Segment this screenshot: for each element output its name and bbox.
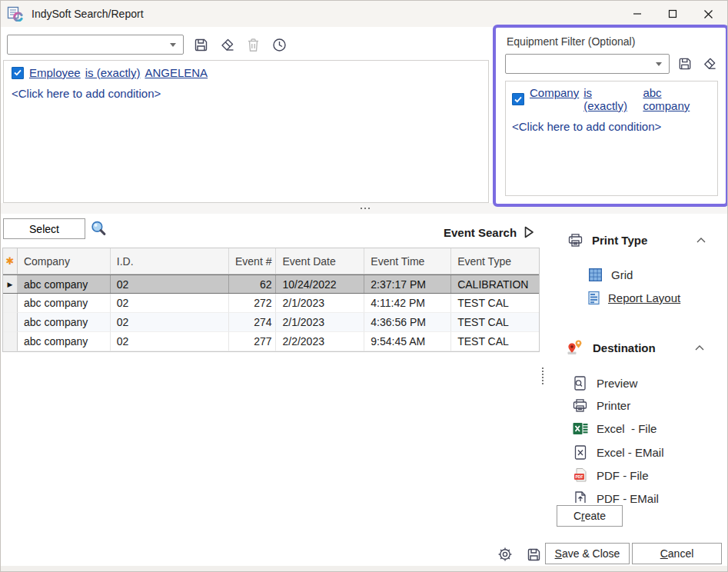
cell-event-number[interactable]: 62 <box>229 275 277 293</box>
clear-filter-eraser-icon[interactable] <box>700 55 718 73</box>
cell-id[interactable]: 02 <box>111 294 229 313</box>
equipment-filter-input[interactable] <box>506 55 656 73</box>
search-magnifier-icon[interactable] <box>90 220 108 241</box>
cell-event-number[interactable]: 274 <box>229 313 277 332</box>
table-row[interactable]: abc company 02 274 2/1/2023 4:36:56 PM T… <box>3 313 539 332</box>
chevron-down-icon[interactable] <box>170 43 176 47</box>
cell-id[interactable]: 02 <box>111 332 229 351</box>
save-filter-icon[interactable] <box>676 55 694 73</box>
cell-event-date[interactable]: 2/1/2023 <box>276 294 364 313</box>
svg-text:PDF: PDF <box>575 474 583 479</box>
equipment-filter-toolbar <box>505 54 718 74</box>
condition-value-link[interactable]: ANGELENA <box>145 66 208 79</box>
print-type-section-header[interactable]: Print Type <box>567 233 706 248</box>
cell-event-type[interactable]: TEST CAL <box>451 313 539 332</box>
saved-search-input[interactable] <box>8 35 170 54</box>
add-condition-link[interactable]: <Click here to add condition> <box>512 120 711 133</box>
cell-event-type[interactable]: CALIBRATION <box>451 275 539 293</box>
condition-field-link[interactable]: Company <box>530 86 579 112</box>
save-close-label-accel: S <box>555 547 562 560</box>
equipment-filter-combobox[interactable] <box>505 54 670 74</box>
condition-field-link[interactable]: Employee <box>29 66 81 79</box>
minimize-button[interactable] <box>620 1 655 27</box>
cell-event-date[interactable]: 2/1/2023 <box>276 313 364 332</box>
destination-option-excel-file[interactable]: Excel - File <box>572 421 657 436</box>
cell-event-number[interactable]: 272 <box>229 294 277 313</box>
destination-option-pdf-email[interactable]: PDF - EMail <box>572 491 659 503</box>
column-header-id[interactable]: I.D. <box>111 248 229 274</box>
cancel-label-post: ancel <box>668 547 693 560</box>
cell-id[interactable]: 02 <box>111 275 229 293</box>
chevron-up-icon[interactable] <box>696 238 706 243</box>
column-header-event-type[interactable]: Event Type <box>451 248 539 274</box>
add-condition-link[interactable]: <Click here to add condition> <box>12 87 480 100</box>
settings-gear-icon[interactable] <box>496 545 514 564</box>
print-type-report-layout-label[interactable]: Report Layout <box>608 291 680 304</box>
destination-pdf-file-label[interactable]: PDF - File <box>597 469 649 482</box>
chevron-up-icon[interactable] <box>695 345 704 351</box>
cell-event-type[interactable]: TEST CAL <box>451 294 539 313</box>
table-row[interactable]: abc company 02 277 2/2/2023 9:54:45 AM T… <box>3 332 539 351</box>
cell-event-date[interactable]: 2/2/2023 <box>276 332 364 351</box>
table-row[interactable]: abc company 02 272 2/1/2023 4:11:42 PM T… <box>3 294 539 313</box>
maximize-button[interactable] <box>655 1 690 27</box>
condition-value-link[interactable]: abc company <box>643 86 711 112</box>
results-table: ✱ Company I.D. Event # Event Date Event … <box>2 248 540 352</box>
printer-icon <box>567 233 583 248</box>
cell-event-number[interactable]: 277 <box>229 332 277 351</box>
condition-checkbox[interactable] <box>512 93 524 105</box>
cell-event-time[interactable]: 2:37:17 PM <box>364 275 451 293</box>
save-and-close-button[interactable]: Save & Close <box>545 543 630 564</box>
row-indicator-cell <box>3 313 18 332</box>
cell-event-date[interactable]: 10/24/2022 <box>276 275 364 293</box>
search-history-clock-icon[interactable] <box>270 35 288 54</box>
print-type-grid-label[interactable]: Grid <box>611 268 633 281</box>
destination-option-printer[interactable]: Printer <box>572 398 630 413</box>
clear-search-eraser-icon[interactable] <box>218 35 236 54</box>
cell-event-type[interactable]: TEST CAL <box>451 332 539 351</box>
destination-option-preview[interactable]: Preview <box>572 375 637 391</box>
close-button[interactable] <box>690 1 726 27</box>
destination-pdf-email-label[interactable]: PDF - EMail <box>597 492 659 504</box>
destination-printer-label[interactable]: Printer <box>597 399 630 412</box>
destination-excel-email-label[interactable]: Excel - EMail <box>597 446 664 459</box>
destination-option-excel-email[interactable]: Excel - EMail <box>572 444 664 461</box>
condition-checkbox[interactable] <box>12 67 24 79</box>
bottom-toolbar <box>496 545 543 564</box>
save-search-icon[interactable] <box>191 35 210 54</box>
condition-operator-link[interactable]: is (exactly) <box>583 86 638 112</box>
cell-event-time[interactable]: 4:36:56 PM <box>364 313 451 332</box>
condition-row: Employee is (exactly) ANGELENA <box>12 66 480 79</box>
splitter-grip-icon <box>361 208 370 209</box>
table-row-selected[interactable]: ▶ abc company 02 62 10/24/2022 2:37:17 P… <box>3 274 539 294</box>
grid-icon <box>588 268 603 282</box>
cell-company[interactable]: abc company <box>18 332 111 351</box>
print-type-option-grid[interactable]: Grid <box>588 268 633 282</box>
printer-icon <box>572 398 588 413</box>
condition-operator-link[interactable]: is (exactly) <box>85 66 141 79</box>
column-header-event-number[interactable]: Event # <box>229 248 277 274</box>
destination-section-header[interactable]: Destination <box>566 339 704 356</box>
cell-event-time[interactable]: 4:11:42 PM <box>364 294 451 313</box>
cell-event-time[interactable]: 9:54:45 AM <box>364 332 451 351</box>
delete-search-trash-icon[interactable] <box>244 35 262 54</box>
destination-option-pdf-file[interactable]: PDF PDF - File <box>572 467 649 483</box>
column-header-company[interactable]: Company <box>18 248 111 274</box>
column-header-event-time[interactable]: Event Time <box>364 248 451 274</box>
cell-company[interactable]: abc company <box>18 275 111 293</box>
column-header-event-date[interactable]: Event Date <box>276 248 364 274</box>
saved-search-combobox[interactable] <box>7 35 184 55</box>
chevron-down-icon[interactable] <box>656 62 662 66</box>
destination-preview-label[interactable]: Preview <box>597 377 637 390</box>
play-arrow-icon[interactable] <box>523 225 535 239</box>
cancel-button[interactable]: Cancel <box>632 543 722 564</box>
print-type-option-report-layout[interactable]: Report Layout <box>588 291 680 305</box>
cell-company[interactable]: abc company <box>18 294 111 313</box>
cell-company[interactable]: abc company <box>18 313 111 332</box>
vertical-splitter[interactable] <box>542 367 544 384</box>
cell-id[interactable]: 02 <box>111 313 229 332</box>
destination-excel-file-label[interactable]: Excel - File <box>597 422 657 435</box>
create-button[interactable]: Create <box>557 505 623 527</box>
save-settings-icon[interactable] <box>524 545 543 564</box>
select-button[interactable]: Select <box>3 218 85 239</box>
